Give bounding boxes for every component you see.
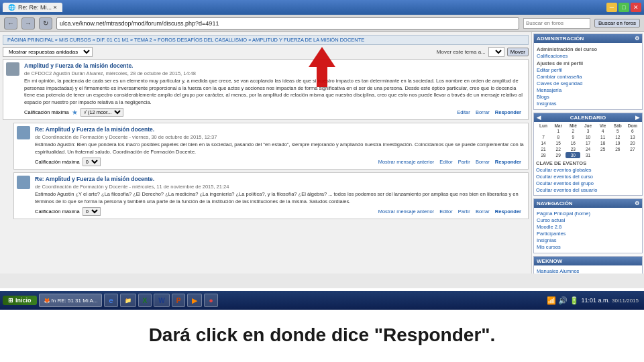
nav-header: NAVEGACIÓN ⚙ bbox=[534, 199, 642, 208]
post-title-2: Re: Amplitud y Fuerza de la misión docen… bbox=[35, 126, 525, 133]
delete-link-1[interactable]: Borrar bbox=[476, 109, 490, 115]
split-link-3[interactable]: Partir bbox=[458, 208, 470, 215]
admin-link-blogs[interactable]: Blogs bbox=[537, 94, 639, 100]
nav-title: NAVEGACIÓN bbox=[537, 200, 573, 206]
url-bar[interactable]: ulca.ve/know.net/mtrasdop/mod/forum/disc… bbox=[56, 17, 519, 29]
taskbar-app-label: fn RE: 51 31 Mi A... bbox=[52, 298, 98, 304]
back-button[interactable]: ← bbox=[4, 17, 17, 29]
nav-link-current[interactable]: Curso actual bbox=[537, 217, 639, 223]
post-body-1: En mi opinión, la paciencia de cada ser … bbox=[24, 78, 525, 106]
delete-link-3[interactable]: Borrar bbox=[476, 208, 490, 215]
windows-logo-icon: ⊞ bbox=[8, 297, 13, 304]
post-meta-3: de Coordinación de Formación y Docente -… bbox=[35, 184, 525, 190]
admin-content: Administración del curso Calificaciones … bbox=[534, 43, 642, 109]
rating-select-3[interactable]: 0 bbox=[83, 207, 101, 216]
admin-link-contrasena[interactable]: Cambiar contraseña bbox=[537, 74, 639, 80]
start-button[interactable]: ⊞ Inicio bbox=[3, 296, 37, 305]
nav-toggle-icon[interactable]: ⚙ bbox=[635, 200, 639, 206]
cal-d-4: 4 bbox=[596, 128, 610, 134]
cal-d-24: 24 bbox=[580, 146, 595, 152]
address-bar: ← → ↻ ulca.ve/know.net/mtrasdop/mod/foru… bbox=[0, 15, 644, 32]
calendar-next-icon[interactable]: ▶ bbox=[635, 115, 639, 121]
edit-link-1[interactable]: Editar bbox=[457, 109, 470, 115]
hide-course-events[interactable]: Ocultar eventos del curso bbox=[536, 174, 640, 180]
excel-icon: X bbox=[143, 297, 148, 304]
nav-link-insignias[interactable]: Insignias bbox=[537, 237, 639, 243]
cal-d-12: 12 bbox=[610, 134, 625, 140]
taskbar-app-powerpoint[interactable]: P bbox=[172, 294, 186, 307]
prev-msg-link-2[interactable]: Mostrar mensaje anterior bbox=[378, 159, 434, 165]
taskbar-app-folder[interactable]: 📁 bbox=[120, 294, 136, 307]
post-avatar-3 bbox=[17, 176, 32, 216]
active-tab[interactable]: 🌐 Re: Re: Mi... × bbox=[3, 3, 62, 12]
cal-d-22: 22 bbox=[551, 146, 566, 152]
nav-link-moodle[interactable]: Moodle 2.8 bbox=[537, 224, 639, 230]
breadcrumb: PÁGINA PRINCIPAL » MIS CURSOS » DIF. 01 … bbox=[3, 35, 529, 45]
delete-link-2[interactable]: Borrar bbox=[476, 159, 490, 165]
move-topic-select[interactable] bbox=[488, 47, 504, 57]
edit-link-3[interactable]: Editor bbox=[439, 208, 453, 215]
split-link-2[interactable]: Partir bbox=[458, 159, 470, 165]
avatar-2 bbox=[17, 126, 30, 139]
post-block-1: Amplitud y Fuerza de la misión docente. … bbox=[3, 59, 529, 120]
cal-d-8: 8 bbox=[551, 134, 566, 140]
reply-link-1[interactable]: Responder bbox=[495, 109, 521, 115]
cal-d-13: 13 bbox=[625, 134, 640, 140]
system-tray: 📶 🔊 🔋 11:01 a.m. 30/11/2015 bbox=[544, 296, 641, 305]
post-links-2: Mostrar mensaje anterior Editor Partir B… bbox=[378, 159, 525, 165]
taskbar-app-chrome[interactable]: ● bbox=[204, 294, 218, 307]
admin-link-editar[interactable]: Editar perfil bbox=[537, 67, 639, 73]
hide-global-events[interactable]: Ocultar eventos globales bbox=[536, 167, 640, 173]
admin-toggle-icon[interactable]: ⚙ bbox=[635, 36, 639, 42]
admin-link-claves[interactable]: Claves de seguridad bbox=[537, 80, 639, 86]
post-footer-3: Calificación máxima 0 Mostrar mensaje an… bbox=[35, 207, 525, 216]
calendar-prev-icon[interactable]: ◀ bbox=[537, 115, 541, 121]
move-button[interactable]: Mover bbox=[507, 48, 529, 56]
taskbar-app-browser[interactable]: 🦊 fn RE: 51 31 Mi A... bbox=[39, 294, 103, 307]
maximize-button[interactable]: □ bbox=[619, 3, 629, 12]
reply-link-2[interactable]: Responder bbox=[495, 159, 521, 165]
taskbar-app-excel[interactable]: X bbox=[138, 294, 152, 307]
refresh-button[interactable]: ↻ bbox=[39, 17, 52, 29]
cal-d-30-today: 30 bbox=[566, 152, 580, 158]
calendar-title: CALENDARIO bbox=[570, 115, 606, 121]
prev-msg-link-3[interactable]: Mostrar mensaje anterior bbox=[378, 208, 434, 215]
close-button[interactable]: ✕ bbox=[631, 3, 641, 12]
admin-link-calificaciones[interactable]: Calificaciones bbox=[537, 53, 639, 59]
nav-link-mycourses[interactable]: Mis cursos bbox=[537, 244, 639, 250]
media-icon: ▶ bbox=[192, 296, 197, 305]
events-section: CLAVE DE EVENTOS Ocultar eventos globale… bbox=[536, 160, 640, 193]
clock-date: 30/11/2015 bbox=[612, 298, 639, 304]
nav-link-participants[interactable]: Participantes bbox=[537, 231, 639, 237]
move-topic-label: Mover este tema a... bbox=[437, 49, 486, 55]
show-replies-select[interactable]: Mostrar respuestas anidadas bbox=[3, 47, 93, 57]
rating-select-1[interactable]: √ (12 mcor... bbox=[80, 108, 123, 117]
reply-link-3[interactable]: Responder bbox=[495, 208, 521, 215]
minimize-button[interactable]: ─ bbox=[606, 3, 617, 12]
svg-marker-0 bbox=[309, 47, 335, 87]
search-button[interactable]: Buscar en foros bbox=[594, 19, 640, 27]
post-links-3: Mostrar mensaje anterior Editor Partir B… bbox=[378, 208, 525, 215]
hide-user-events[interactable]: Ocultar eventos del usuario bbox=[536, 187, 640, 193]
admin-link-mensajeria[interactable]: Mensajería bbox=[537, 87, 639, 93]
admin-link-insignias[interactable]: Insignias bbox=[537, 101, 639, 107]
admin-block: ADMINISTRACIÓN ⚙ Administración del curs… bbox=[533, 34, 643, 110]
post-meta-2: de Coordinación de Formación y Docente -… bbox=[35, 134, 525, 140]
taskbar-app-ie[interactable]: e bbox=[104, 294, 117, 307]
taskbar-app-word[interactable]: W bbox=[154, 294, 169, 307]
post-author-1: de CFDOC2 Agustín Durán Alvarez, bbox=[24, 70, 105, 76]
post-author-2: de Coordinación de Formación y Docente - bbox=[35, 134, 131, 140]
hide-group-events[interactable]: Ocultar eventos del grupo bbox=[536, 180, 640, 186]
cal-d-21: 21 bbox=[536, 146, 551, 152]
taskbar-app-media[interactable]: ▶ bbox=[187, 294, 202, 307]
nav-link-home[interactable]: Página Principal (home) bbox=[537, 210, 639, 217]
post-date-2: viernes, 30 de octubre de 2015, 12:37 bbox=[132, 134, 217, 140]
cal-hdr-sun: Dom bbox=[625, 123, 640, 128]
forward-button[interactable]: → bbox=[21, 17, 35, 29]
url-text: ulca.ve/know.net/mtrasdop/mod/forum/disc… bbox=[60, 20, 219, 27]
search-input[interactable] bbox=[523, 18, 590, 29]
edit-link-2[interactable]: Editor bbox=[439, 159, 453, 165]
weknow-link-manuales[interactable]: Manuales Alumnos bbox=[537, 268, 639, 274]
word-icon: W bbox=[158, 297, 164, 304]
rating-select-2[interactable]: 0 bbox=[83, 158, 101, 166]
